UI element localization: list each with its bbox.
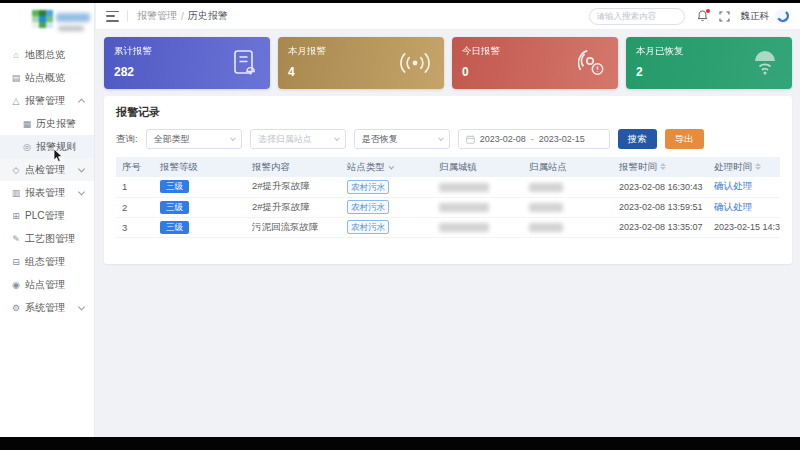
process-diagram-icon: ✎ — [10, 234, 22, 244]
date-range-picker[interactable]: 2023-02-08 - 2023-02-15 — [458, 129, 610, 149]
sidebar-item-label: 组态管理 — [25, 255, 65, 269]
col-alarm-time[interactable]: 报警时间 — [613, 157, 708, 177]
cell-alarm-time: 2023-02-08 13:35:07 — [613, 217, 708, 237]
table-row: 3 三级 污泥回流泵故障 农村污水 2023-02-08 13:35:07 20… — [116, 217, 780, 237]
alarm-type-select[interactable]: 全部类型 — [146, 129, 242, 149]
logo-pixel-mark — [32, 10, 53, 28]
map-icon: ⌂ — [10, 50, 22, 60]
avatar[interactable] — [775, 9, 790, 24]
recovered-icon — [750, 50, 780, 76]
notification-bell-icon[interactable] — [697, 10, 708, 22]
alarm-records-table: 序号 报警等级 报警内容 站点类型 归属城镇 归属站点 报警时间 处理时间 1 … — [116, 157, 780, 238]
site-select[interactable]: 选择归属站点 — [250, 129, 346, 149]
cell-content: 2#提升泵故障 — [246, 197, 341, 217]
history-alarm-icon: ▦ — [21, 119, 33, 129]
col-no: 序号 — [116, 157, 154, 177]
filter-chevron-icon[interactable] — [389, 163, 395, 169]
app-window: ⌂ 地图总览 ▤ 站点概览 △ 报警管理 ▦ 历史报警 ◎ 报警规则 ◇ — [0, 3, 800, 437]
col-site: 归属站点 — [523, 157, 613, 177]
collapse-menu-icon[interactable] — [106, 11, 119, 22]
report-icon: ▥ — [10, 188, 22, 198]
breadcrumb-current: 历史报警 — [188, 9, 228, 23]
sidebar-item-map-overview[interactable]: ⌂ 地图总览 — [0, 43, 94, 66]
alarm-rules-icon: ◎ — [21, 142, 33, 152]
confirm-handle-link[interactable]: 确认处理 — [714, 201, 752, 212]
cell-content: 2#提升泵故障 — [246, 177, 341, 197]
sidebar-item-inspection-management[interactable]: ◇ 点检管理 — [0, 158, 94, 181]
stat-cards-row: 累计报警 282 本月报警 4 今日报警 0 — [96, 30, 800, 89]
breadcrumb-parent[interactable]: 报警管理 — [137, 9, 177, 23]
table-header-row: 序号 报警等级 报警内容 站点类型 归属城镇 归属站点 报警时间 处理时间 — [116, 157, 780, 177]
recover-status-select-value: 是否恢复 — [362, 133, 398, 146]
notification-dot — [706, 9, 710, 13]
level-badge: 三级 — [160, 221, 189, 234]
date-start: 2023-02-08 — [480, 134, 526, 144]
censored-site — [529, 223, 563, 232]
chevron-down-icon — [438, 135, 444, 141]
sidebar-item-process-diagram-management[interactable]: ✎ 工艺图管理 — [0, 227, 94, 250]
date-end: 2023-02-15 — [539, 134, 585, 144]
alarm-document-icon — [232, 49, 258, 77]
censored-town — [439, 223, 489, 232]
sidebar-item-label: 报警规则 — [36, 140, 76, 154]
level-badge: 三级 — [160, 180, 189, 193]
cell-alarm-time: 2023-02-08 13:59:51 — [613, 197, 708, 217]
alarm-icon: △ — [10, 96, 22, 106]
sidebar-item-label: 报表管理 — [25, 186, 65, 200]
app-logo — [0, 3, 94, 37]
date-separator: - — [531, 134, 534, 144]
sidebar-item-alarm-management[interactable]: △ 报警管理 — [0, 89, 94, 112]
inspection-icon: ◇ — [10, 165, 22, 175]
query-label: 查询: — [116, 133, 138, 146]
system-icon: ⚙ — [10, 303, 22, 313]
col-level: 报警等级 — [154, 157, 246, 177]
site-type-tag: 农村污水 — [347, 200, 389, 214]
site-overview-icon: ▤ — [10, 73, 22, 83]
search-button[interactable]: 搜索 — [618, 129, 657, 149]
logo-subtext-blurred — [58, 26, 84, 31]
chevron-up-icon — [78, 98, 85, 105]
letterbox-bottom — [0, 437, 800, 450]
site-type-tag: 农村污水 — [347, 180, 389, 194]
stat-card-today-alarms: 今日报警 0 — [452, 37, 618, 89]
censored-town — [439, 183, 489, 192]
site-select-placeholder: 选择归属站点 — [258, 133, 312, 146]
sidebar-item-report-management[interactable]: ▥ 报表管理 — [0, 181, 94, 204]
sort-icon[interactable] — [755, 163, 761, 170]
cell-no: 1 — [116, 177, 154, 197]
level-badge: 三级 — [160, 201, 189, 214]
sidebar-item-site-management[interactable]: ◉ 站点管理 — [0, 273, 94, 296]
filter-bar: 查询: 全部类型 选择归属站点 是否恢复 2023-02-08 - 2023-0… — [116, 129, 780, 149]
stat-card-recovered: 本月已恢复 2 — [626, 37, 792, 89]
sidebar-item-label: 地图总览 — [25, 48, 65, 62]
sidebar-item-label: 系统管理 — [25, 301, 65, 315]
censored-site — [529, 183, 563, 192]
username[interactable]: 魏正科 — [741, 10, 770, 23]
alarm-type-select-value: 全部类型 — [154, 133, 190, 146]
recover-status-select[interactable]: 是否恢复 — [354, 129, 450, 149]
configuration-icon: ⊟ — [10, 257, 22, 267]
fullscreen-icon[interactable] — [719, 11, 730, 22]
sidebar-item-label: 点检管理 — [25, 163, 65, 177]
confirm-handle-link[interactable]: 确认处理 — [714, 180, 752, 191]
sidebar-item-alarm-rules[interactable]: ◎ 报警规则 — [0, 135, 94, 158]
export-button[interactable]: 导出 — [665, 129, 704, 149]
sidebar-item-label: 报警管理 — [25, 94, 65, 108]
sidebar-item-history-alarms[interactable]: ▦ 历史报警 — [0, 112, 94, 135]
col-content: 报警内容 — [246, 157, 341, 177]
sidebar-item-site-overview[interactable]: ▤ 站点概览 — [0, 66, 94, 89]
sidebar-item-label: 工艺图管理 — [25, 232, 75, 246]
sidebar-item-plc-management[interactable]: ⊞ PLC管理 — [0, 204, 94, 227]
sidebar-item-system-management[interactable]: ⚙ 系统管理 — [0, 296, 94, 319]
sort-icon[interactable] — [660, 163, 666, 170]
global-search[interactable] — [589, 8, 685, 25]
col-site-type[interactable]: 站点类型 — [341, 157, 433, 177]
logo-text-blurred — [56, 13, 90, 22]
alert-signal-icon — [578, 49, 606, 77]
divider — [127, 10, 128, 22]
sidebar-item-configuration-management[interactable]: ⊟ 组态管理 — [0, 250, 94, 273]
search-input[interactable] — [597, 11, 677, 21]
col-handle-time[interactable]: 处理时间 — [708, 157, 780, 177]
breadcrumb-separator: / — [181, 11, 184, 22]
cell-content: 污泥回流泵故障 — [246, 217, 341, 237]
